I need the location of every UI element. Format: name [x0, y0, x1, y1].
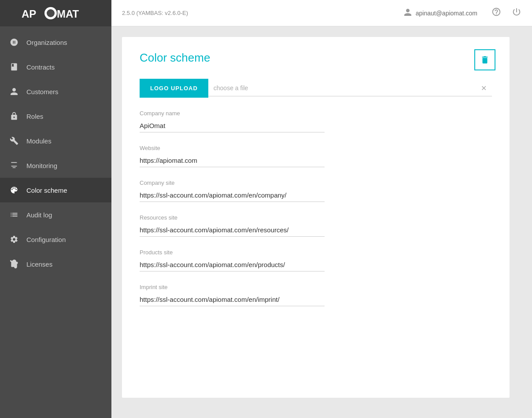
gear-circle-icon — [9, 37, 19, 48]
sidebar-item-configuration-label: Configuration — [26, 236, 66, 243]
sidebar-navigation: Organizations Contracts Customers Roles — [0, 26, 111, 418]
logo-upload-row: LOGO UPLOAD choose a file ✕ — [140, 79, 492, 98]
version-label: 2.5.0 (YAMBAS: v2.6.0-E) — [122, 10, 396, 16]
power-icon[interactable] — [512, 7, 521, 19]
user-icon — [403, 8, 412, 18]
svg-text:MAT: MAT — [57, 8, 79, 20]
label-resources-site: Resources site — [140, 214, 492, 221]
label-company-name: Company name — [140, 110, 492, 117]
input-company-name[interactable] — [140, 119, 325, 132]
sidebar-item-contracts-label: Contracts — [26, 63, 55, 71]
color-scheme-icon — [9, 185, 19, 195]
svg-point-2 — [47, 9, 55, 17]
help-icon[interactable] — [491, 7, 501, 19]
clear-file-icon[interactable]: ✕ — [481, 84, 487, 92]
field-imprint-site: Imprint site — [140, 284, 492, 306]
file-placeholder: choose a file — [214, 84, 477, 92]
sidebar-item-licenses[interactable]: Licenses — [0, 252, 111, 276]
sidebar-item-roles[interactable]: Roles — [0, 104, 111, 128]
input-imprint-site[interactable] — [140, 293, 325, 306]
content-area: Color scheme LOGO UPLOAD choose a file ✕… — [111, 26, 532, 418]
sidebar-item-organizations-label: Organizations — [26, 39, 67, 46]
page-card: Color scheme LOGO UPLOAD choose a file ✕… — [122, 37, 510, 398]
app-logo: AP MAT — [0, 0, 111, 26]
form-fields: Company name Website Company site Resour… — [140, 110, 492, 306]
file-input-area[interactable]: choose a file ✕ — [208, 81, 492, 96]
user-email: apinaut@apiomat.com — [416, 10, 477, 17]
sidebar-item-customers-label: Customers — [26, 88, 59, 95]
sidebar-item-audit-log[interactable]: Audit log — [0, 202, 111, 227]
wrench-icon — [9, 136, 19, 146]
sidebar-item-contracts[interactable]: Contracts — [0, 55, 111, 79]
page-title: Color scheme — [140, 51, 492, 65]
input-company-site[interactable] — [140, 189, 325, 202]
field-products-site: Products site — [140, 249, 492, 271]
input-products-site[interactable] — [140, 258, 325, 271]
sidebar-item-customers[interactable]: Customers — [0, 79, 111, 104]
label-imprint-site: Imprint site — [140, 284, 492, 290]
sidebar-item-color-scheme-label: Color scheme — [26, 187, 67, 194]
lock-icon — [9, 111, 19, 121]
label-company-site: Company site — [140, 180, 492, 186]
label-products-site: Products site — [140, 249, 492, 256]
field-company-name: Company name — [140, 110, 492, 132]
field-resources-site: Resources site — [140, 214, 492, 237]
sidebar-item-color-scheme[interactable]: Color scheme — [0, 178, 111, 202]
licenses-icon — [9, 259, 19, 269]
main-area: 2.5.0 (YAMBAS: v2.6.0-E) apinaut@apiomat… — [111, 0, 532, 418]
sidebar-item-licenses-label: Licenses — [26, 260, 52, 268]
person-icon — [9, 86, 19, 97]
input-website[interactable] — [140, 154, 325, 167]
configuration-icon — [9, 234, 19, 245]
label-website: Website — [140, 145, 492, 151]
sidebar-item-monitoring[interactable]: Monitoring — [0, 153, 111, 178]
delete-button[interactable] — [474, 49, 495, 70]
sidebar: AP MAT Organizations Contracts Customers — [0, 0, 111, 418]
field-company-site: Company site — [140, 180, 492, 202]
sidebar-item-modules[interactable]: Modules — [0, 128, 111, 153]
logo-upload-button[interactable]: LOGO UPLOAD — [140, 79, 208, 98]
sidebar-item-roles-label: Roles — [26, 113, 43, 120]
user-info: apinaut@apiomat.com — [403, 8, 477, 18]
book-icon — [9, 62, 19, 72]
sidebar-item-monitoring-label: Monitoring — [26, 162, 57, 169]
svg-text:AP: AP — [22, 8, 36, 20]
sidebar-item-organizations[interactable]: Organizations — [0, 30, 111, 55]
audit-log-icon — [9, 209, 19, 220]
input-resources-site[interactable] — [140, 224, 325, 237]
header: 2.5.0 (YAMBAS: v2.6.0-E) apinaut@apiomat… — [111, 0, 532, 26]
monitor-icon — [9, 160, 19, 171]
sidebar-item-configuration[interactable]: Configuration — [0, 227, 111, 252]
sidebar-item-modules-label: Modules — [26, 137, 52, 145]
sidebar-item-audit-log-label: Audit log — [26, 211, 52, 219]
field-website: Website — [140, 145, 492, 167]
